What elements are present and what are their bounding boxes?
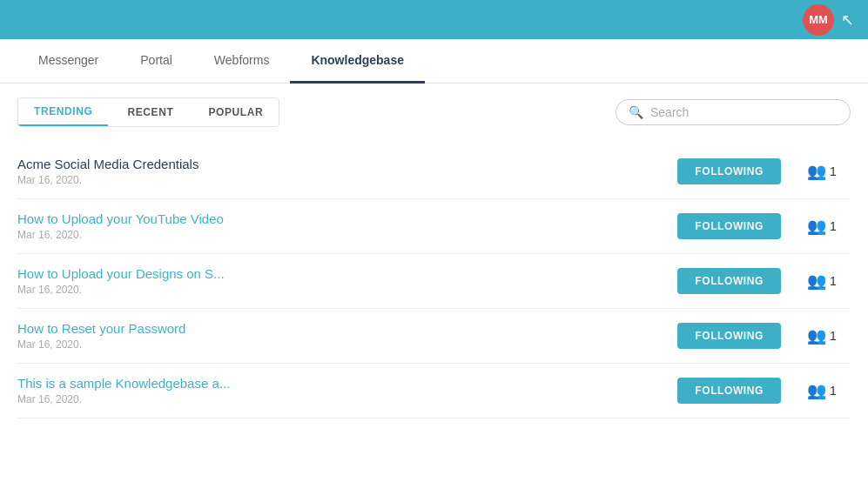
filter-tabs: TRENDING RECENT POPULAR — [17, 97, 279, 127]
followers-count: 👥 1 — [807, 217, 851, 236]
article-row: How to Reset your Password Mar 16, 2020.… — [17, 309, 851, 364]
article-date: Mar 16, 2020. — [17, 338, 677, 351]
tab-portal[interactable]: Portal — [119, 39, 193, 84]
followers-number: 1 — [830, 384, 837, 398]
following-button[interactable]: FOLLOWING — [677, 268, 781, 294]
main-content: TRENDING RECENT POPULAR 🔍 Acme Social Me… — [0, 84, 868, 482]
article-row: How to Upload your Designs on S... Mar 1… — [17, 254, 851, 309]
article-info: This is a sample Knowledgebase a... Mar … — [17, 376, 677, 405]
followers-number: 1 — [830, 164, 837, 178]
article-list: Acme Social Media Credentials Mar 16, 20… — [17, 144, 851, 418]
tab-knowledgebase[interactable]: Knowledgebase — [290, 39, 425, 84]
article-title[interactable]: How to Reset your Password — [17, 321, 677, 336]
search-icon: 🔍 — [629, 105, 643, 119]
following-button[interactable]: FOLLOWING — [677, 323, 781, 349]
followers-count: 👥 1 — [807, 162, 851, 181]
followers-icon: 👥 — [807, 217, 826, 236]
followers-icon: 👥 — [807, 381, 826, 400]
tab-messenger[interactable]: Messenger — [17, 39, 119, 84]
article-row: This is a sample Knowledgebase a... Mar … — [17, 364, 851, 418]
followers-icon: 👥 — [807, 326, 826, 345]
article-info: Acme Social Media Credentials Mar 16, 20… — [17, 157, 677, 186]
article-date: Mar 16, 2020. — [17, 229, 677, 241]
following-button[interactable]: FOLLOWING — [677, 378, 781, 404]
followers-count: 👥 1 — [807, 326, 851, 345]
filter-tab-trending[interactable]: TRENDING — [18, 98, 108, 126]
followers-number: 1 — [830, 274, 837, 288]
followers-number: 1 — [830, 329, 837, 343]
nav-tabs: Messenger Portal Webforms Knowledgebase — [0, 39, 868, 84]
cursor-icon: ↖ — [841, 10, 854, 30]
article-row: Acme Social Media Credentials Mar 16, 20… — [17, 144, 851, 199]
filter-tab-recent[interactable]: RECENT — [111, 98, 189, 126]
top-bar: MM ↖ — [0, 0, 868, 39]
article-title[interactable]: How to Upload your YouTube Video — [17, 211, 677, 226]
followers-icon: 👥 — [807, 271, 826, 291]
article-date: Mar 16, 2020. — [17, 174, 677, 186]
tab-webforms[interactable]: Webforms — [193, 39, 291, 84]
followers-icon: 👥 — [807, 162, 826, 181]
avatar[interactable]: MM — [803, 4, 834, 36]
filter-tab-popular[interactable]: POPULAR — [192, 98, 279, 126]
article-info: How to Reset your Password Mar 16, 2020. — [17, 321, 677, 351]
article-date: Mar 16, 2020. — [17, 284, 677, 296]
followers-count: 👥 1 — [807, 271, 851, 291]
followers-count: 👥 1 — [807, 381, 851, 400]
following-button[interactable]: FOLLOWING — [677, 213, 781, 239]
article-info: How to Upload your Designs on S... Mar 1… — [17, 266, 677, 296]
article-title[interactable]: This is a sample Knowledgebase a... — [17, 376, 677, 391]
article-date: Mar 16, 2020. — [17, 393, 677, 405]
followers-number: 1 — [830, 219, 837, 233]
article-title[interactable]: Acme Social Media Credentials — [17, 157, 677, 171]
search-input[interactable] — [650, 105, 838, 119]
article-title[interactable]: How to Upload your Designs on S... — [17, 266, 677, 281]
following-button[interactable]: FOLLOWING — [677, 158, 781, 184]
filter-search-row: TRENDING RECENT POPULAR 🔍 — [17, 97, 851, 127]
article-row: How to Upload your YouTube Video Mar 16,… — [17, 199, 851, 254]
article-info: How to Upload your YouTube Video Mar 16,… — [17, 211, 677, 241]
search-box: 🔍 — [616, 99, 851, 125]
